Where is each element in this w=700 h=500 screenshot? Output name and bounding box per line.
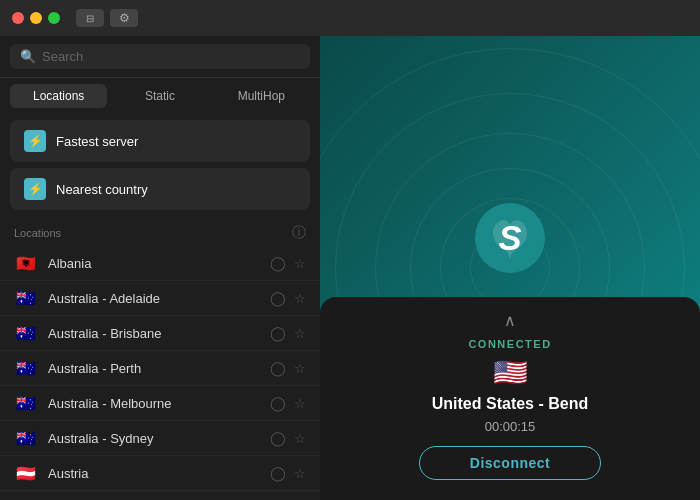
svg-text:S: S bbox=[498, 219, 521, 257]
location-name-australia-sydney: Australia - Sydney bbox=[48, 431, 260, 446]
window-control-btn[interactable]: ⊟ bbox=[76, 9, 104, 27]
tabs-bar: Locations Static MultiHop bbox=[0, 78, 320, 114]
nearest-country-label: Nearest country bbox=[56, 182, 148, 197]
maximize-button[interactable] bbox=[48, 12, 60, 24]
disconnect-button[interactable]: Disconnect bbox=[419, 446, 601, 480]
flag-austria: 🇦🇹 bbox=[14, 464, 38, 482]
main-content: 🔍 Locations Static MultiHop ⚡ Fastest se… bbox=[0, 36, 700, 500]
star-icon[interactable]: ☆ bbox=[294, 256, 306, 271]
star-icon[interactable]: ☆ bbox=[294, 466, 306, 481]
star-icon[interactable]: ☆ bbox=[294, 326, 306, 341]
location-name-austria: Austria bbox=[48, 466, 260, 481]
search-input[interactable] bbox=[42, 49, 300, 64]
search-wrapper: 🔍 bbox=[10, 44, 310, 69]
locations-section-label: Locations bbox=[14, 227, 61, 239]
search-bar: 🔍 bbox=[0, 36, 320, 78]
signal-icon: ◯ bbox=[270, 430, 286, 446]
list-item[interactable]: 🇦🇺 Australia - Sydney ◯ ☆ bbox=[0, 421, 320, 456]
signal-icon: ◯ bbox=[270, 255, 286, 271]
nearest-icon: ⚡ bbox=[24, 178, 46, 200]
surfshark-logo-svg: S bbox=[490, 213, 530, 263]
signal-icon: ◯ bbox=[270, 290, 286, 306]
list-item[interactable]: 🇦🇿 Azerbaijan ◯ ☆ bbox=[0, 491, 320, 500]
flag-australia-adelaide: 🇦🇺 bbox=[14, 289, 38, 307]
flag-australia-perth: 🇦🇺 bbox=[14, 359, 38, 377]
star-icon[interactable]: ☆ bbox=[294, 431, 306, 446]
flag-australia-sydney: 🇦🇺 bbox=[14, 429, 38, 447]
signal-icon: ◯ bbox=[270, 395, 286, 411]
location-name-albania: Albania bbox=[48, 256, 260, 271]
sidebar: 🔍 Locations Static MultiHop ⚡ Fastest se… bbox=[0, 36, 320, 500]
right-panel: S ∧ CONNECTED 🇺🇸 United States - Bend 00… bbox=[320, 36, 700, 500]
connection-status-badge: CONNECTED bbox=[468, 338, 551, 350]
vpn-logo: S bbox=[475, 203, 545, 273]
settings-gear-btn[interactable]: ⚙ bbox=[110, 9, 138, 27]
location-actions-aus-adelaide: ◯ ☆ bbox=[270, 290, 306, 306]
list-item[interactable]: 🇦🇺 Australia - Melbourne ◯ ☆ bbox=[0, 386, 320, 421]
location-actions-albania: ◯ ☆ bbox=[270, 255, 306, 271]
signal-icon: ◯ bbox=[270, 325, 286, 341]
list-item[interactable]: 🇦🇹 Austria ◯ ☆ bbox=[0, 456, 320, 491]
close-button[interactable] bbox=[12, 12, 24, 24]
list-item[interactable]: 🇦🇺 Australia - Perth ◯ ☆ bbox=[0, 351, 320, 386]
flag-australia-melbourne: 🇦🇺 bbox=[14, 394, 38, 412]
location-name-australia-brisbane: Australia - Brisbane bbox=[48, 326, 260, 341]
location-actions-austria: ◯ ☆ bbox=[270, 465, 306, 481]
fastest-server-label: Fastest server bbox=[56, 134, 138, 149]
title-bar: ⊟ ⚙ bbox=[0, 0, 700, 36]
tab-static[interactable]: Static bbox=[111, 84, 208, 108]
star-icon[interactable]: ☆ bbox=[294, 291, 306, 306]
connected-country-flag: 🇺🇸 bbox=[493, 356, 528, 389]
connection-timer: 00:00:15 bbox=[485, 419, 536, 434]
location-list: 🇦🇱 Albania ◯ ☆ 🇦🇺 Australia - Adelaide ◯… bbox=[0, 246, 320, 500]
location-actions-aus-brisbane: ◯ ☆ bbox=[270, 325, 306, 341]
fastest-server-button[interactable]: ⚡ Fastest server bbox=[10, 120, 310, 162]
tab-multihop[interactable]: MultiHop bbox=[213, 84, 310, 108]
traffic-lights bbox=[12, 12, 60, 24]
locations-header: Locations ⓘ bbox=[0, 216, 320, 246]
connected-panel: ∧ CONNECTED 🇺🇸 United States - Bend 00:0… bbox=[320, 297, 700, 500]
location-actions-aus-perth: ◯ ☆ bbox=[270, 360, 306, 376]
signal-icon: ◯ bbox=[270, 360, 286, 376]
tab-locations[interactable]: Locations bbox=[10, 84, 107, 108]
connected-location-name: United States - Bend bbox=[432, 395, 588, 413]
location-name-australia-melbourne: Australia - Melbourne bbox=[48, 396, 260, 411]
location-actions-aus-sydney: ◯ ☆ bbox=[270, 430, 306, 446]
location-actions-aus-melbourne: ◯ ☆ bbox=[270, 395, 306, 411]
flag-australia-brisbane: 🇦🇺 bbox=[14, 324, 38, 342]
star-icon[interactable]: ☆ bbox=[294, 396, 306, 411]
list-item[interactable]: 🇦🇱 Albania ◯ ☆ bbox=[0, 246, 320, 281]
minimize-button[interactable] bbox=[30, 12, 42, 24]
list-item[interactable]: 🇦🇺 Australia - Brisbane ◯ ☆ bbox=[0, 316, 320, 351]
quick-actions: ⚡ Fastest server ⚡ Nearest country bbox=[0, 114, 320, 216]
info-icon[interactable]: ⓘ bbox=[292, 224, 306, 242]
list-item[interactable]: 🇦🇺 Australia - Adelaide ◯ ☆ bbox=[0, 281, 320, 316]
location-name-australia-adelaide: Australia - Adelaide bbox=[48, 291, 260, 306]
location-name-australia-perth: Australia - Perth bbox=[48, 361, 260, 376]
nearest-country-button[interactable]: ⚡ Nearest country bbox=[10, 168, 310, 210]
chevron-up-icon[interactable]: ∧ bbox=[504, 311, 516, 330]
fastest-icon: ⚡ bbox=[24, 130, 46, 152]
title-bar-controls: ⊟ ⚙ bbox=[76, 9, 138, 27]
flag-albania: 🇦🇱 bbox=[14, 254, 38, 272]
signal-icon: ◯ bbox=[270, 465, 286, 481]
star-icon[interactable]: ☆ bbox=[294, 361, 306, 376]
search-icon: 🔍 bbox=[20, 49, 36, 64]
